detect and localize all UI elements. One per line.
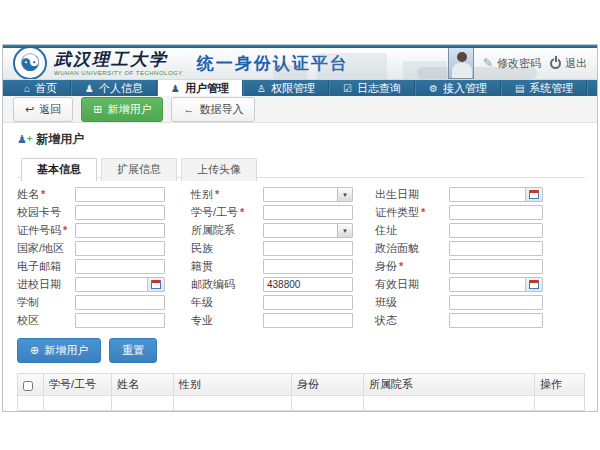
building-silhouette xyxy=(317,53,387,79)
enroll-date-datepicker-button[interactable] xyxy=(147,278,164,291)
data-import-button-label: 数据导入 xyxy=(199,102,243,117)
calendar-icon xyxy=(151,280,161,289)
main-nav: ⌂首页♟个人信息♟用户管理♙权限管理☑日志查询⚙接入管理▤系统管理▤订阅管理 xyxy=(3,80,597,97)
schooling-years-input[interactable] xyxy=(76,296,164,309)
reset-button[interactable]: 重置 xyxy=(109,338,157,363)
empty-cell xyxy=(292,395,364,410)
political-status-input[interactable] xyxy=(450,242,542,255)
tab-扩展信息[interactable]: 扩展信息 xyxy=(101,158,177,181)
name-input[interactable] xyxy=(76,188,164,201)
valid-date-datepicker-button[interactable] xyxy=(525,278,542,291)
native-place-input[interactable] xyxy=(264,260,352,273)
add-user-section-icon: ♟ xyxy=(17,133,27,146)
header-user-area: ✎ 修改密码 退出 xyxy=(448,48,587,79)
student-no-input[interactable] xyxy=(264,206,352,219)
field-label-address: 住址 xyxy=(353,223,449,238)
nav-item-profile[interactable]: ♟个人信息 xyxy=(71,80,157,97)
nav-item-subscription[interactable]: ▤订阅管理 xyxy=(587,80,600,97)
tab-上传头像[interactable]: 上传头像 xyxy=(181,158,257,181)
field-label-birth-date: 出生日期 xyxy=(353,187,449,202)
field-postal-code xyxy=(263,277,353,292)
plus-circle-icon: ⊕ xyxy=(30,344,39,357)
field-label-gender: 性别* xyxy=(165,187,263,202)
department-input[interactable] xyxy=(264,224,337,237)
field-label-campus-card-no: 校园卡号 xyxy=(17,205,75,220)
required-asterisk: * xyxy=(63,224,67,236)
field-label-student-no: 学号/工号* xyxy=(165,205,263,220)
field-label-id-type: 证件类型* xyxy=(353,205,449,220)
field-label-political-status: 政治面貌 xyxy=(353,241,449,256)
birth-date-datepicker-button[interactable] xyxy=(525,188,542,201)
field-address xyxy=(449,223,543,238)
content-panel: ♟+ 新增用户 基本信息扩展信息上传头像 姓名*性别*▼出生日期校园卡号学号/工… xyxy=(3,123,597,411)
university-name-block: 武汉理工大学 WUHAN UNIVERSITY OF TECHNOLOGY xyxy=(54,51,183,76)
nav-item-log-search[interactable]: ☑日志查询 xyxy=(329,80,415,97)
campus-card-no-input[interactable] xyxy=(76,206,164,219)
grade-input[interactable] xyxy=(264,296,352,309)
status-input[interactable] xyxy=(450,314,542,327)
nav-item-label: 用户管理 xyxy=(185,81,229,96)
nav-item-home[interactable]: ⌂首页 xyxy=(11,80,71,97)
identity-input[interactable] xyxy=(450,260,542,273)
building-silhouette xyxy=(273,65,307,79)
users-table: 学号/工号姓名性别身份所属院系操作 xyxy=(17,373,585,411)
access-icon: ⚙ xyxy=(429,83,438,94)
address-input[interactable] xyxy=(450,224,542,237)
form-tabs: 基本信息扩展信息上传头像 xyxy=(17,157,585,178)
permissions-icon: ♙ xyxy=(257,83,266,94)
field-label-enroll-date: 进校日期 xyxy=(17,277,75,292)
add-user-toolbar-button[interactable]: ⊞ 新增用户 xyxy=(81,97,163,122)
gender-dropdown-button[interactable]: ▼ xyxy=(337,188,352,201)
field-label-grade: 年级 xyxy=(165,295,263,310)
campus-input[interactable] xyxy=(76,314,164,327)
department-dropdown-button[interactable]: ▼ xyxy=(337,224,352,237)
back-arrow-icon: ↩ xyxy=(25,103,34,116)
calendar-icon xyxy=(529,280,539,289)
select-all-checkbox[interactable] xyxy=(23,381,33,391)
field-department: ▼ xyxy=(263,223,353,238)
valid-date-input[interactable] xyxy=(450,278,525,291)
field-name xyxy=(75,187,165,202)
field-label-id-number: 证件号码* xyxy=(17,223,75,238)
field-campus xyxy=(75,313,165,328)
nav-item-users[interactable]: ♟用户管理 xyxy=(157,80,243,97)
major-input[interactable] xyxy=(264,314,352,327)
nav-item-permissions[interactable]: ♙权限管理 xyxy=(243,80,329,97)
email-input[interactable] xyxy=(76,260,164,273)
enroll-date-input[interactable] xyxy=(76,278,147,291)
nav-item-label: 日志查询 xyxy=(357,81,401,96)
tab-基本信息[interactable]: 基本信息 xyxy=(21,158,97,181)
ethnicity-input[interactable] xyxy=(264,242,352,255)
back-button[interactable]: ↩ 返回 xyxy=(13,97,73,122)
country-region-input[interactable] xyxy=(76,242,164,255)
field-label-identity: 身份* xyxy=(353,259,449,274)
postal-code-input[interactable] xyxy=(264,278,352,291)
field-grade xyxy=(263,295,353,310)
screenshot-stage: ☯ 武汉理工大学 WUHAN UNIVERSITY OF TECHNOLOGY … xyxy=(0,0,600,450)
gender-input[interactable] xyxy=(264,188,337,201)
nav-item-system[interactable]: ▤系统管理 xyxy=(501,80,587,97)
column-header-姓名: 姓名 xyxy=(112,373,174,395)
logout-link[interactable]: 退出 xyxy=(550,56,587,71)
submit-button-label: 新增用户 xyxy=(44,343,88,358)
field-student-no xyxy=(263,205,353,220)
column-header-身份: 身份 xyxy=(292,373,364,395)
power-icon xyxy=(550,58,561,69)
id-number-input[interactable] xyxy=(76,224,164,237)
id-type-input[interactable] xyxy=(450,206,542,219)
change-password-link[interactable]: ✎ 修改密码 xyxy=(483,56,541,71)
users-table-empty-row xyxy=(18,395,585,410)
empty-cell xyxy=(364,395,535,410)
submit-add-user-button[interactable]: ⊕ 新增用户 xyxy=(17,338,101,363)
data-import-button[interactable]: ← 数据导入 xyxy=(171,97,255,122)
nav-item-access[interactable]: ⚙接入管理 xyxy=(415,80,501,97)
nav-item-label: 权限管理 xyxy=(271,81,315,96)
required-asterisk: * xyxy=(240,206,244,218)
field-label-valid-date: 有效日期 xyxy=(353,277,449,292)
birth-date-input[interactable] xyxy=(450,188,525,201)
column-header-所属院系: 所属院系 xyxy=(364,373,535,395)
field-label-status: 状态 xyxy=(353,313,449,328)
nav-item-label: 个人信息 xyxy=(99,81,143,96)
field-label-schooling-years: 学制 xyxy=(17,295,75,310)
class-input[interactable] xyxy=(450,296,542,309)
